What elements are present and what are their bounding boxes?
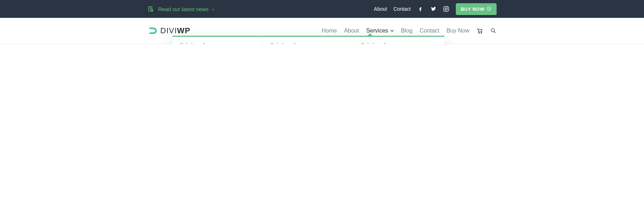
mega-item[interactable]: Sub Item 1	[172, 37, 263, 44]
header: DIVIWP Home About Services Blog Contact …	[0, 18, 644, 44]
svg-rect-5	[444, 6, 449, 11]
mega-menu-grid: Sub Item 1 Sub Item 2 Sub Item 3 Sub Ite…	[172, 37, 444, 44]
chevron-down-icon	[390, 28, 394, 34]
nav-contact[interactable]: Contact	[420, 28, 439, 34]
nav-about[interactable]: About	[344, 28, 359, 34]
facebook-icon[interactable]	[417, 6, 424, 12]
topbar-about-link[interactable]: About	[374, 6, 387, 12]
topbar-right: About Contact BUY NOW	[374, 3, 497, 15]
topbar-buy-label: BUY NOW	[461, 6, 484, 12]
svg-point-8	[487, 6, 491, 10]
news-link-label: Read our latest news →	[158, 6, 215, 12]
nav-buy-now[interactable]: Buy Now	[447, 28, 469, 34]
cart-icon[interactable]	[477, 28, 483, 34]
topbar-inner: Read our latest news → About Contact BUY…	[143, 0, 501, 18]
services-mega-menu: Sub Item 1 Sub Item 2 Sub Item 3 Sub Ite…	[172, 36, 444, 44]
mega-column-1: Sub Item 1 Sub Item 2 Sub Item 3 Sub Ite…	[172, 37, 263, 44]
svg-point-10	[481, 33, 482, 33]
search-icon[interactable]	[490, 28, 497, 34]
mega-item[interactable]: Sub Item 1	[263, 37, 353, 44]
nav-home[interactable]: Home	[322, 28, 337, 34]
logo-text-part1: DIVI	[160, 26, 177, 35]
svg-point-9	[479, 33, 479, 33]
document-icon	[147, 6, 154, 12]
header-inner: DIVIWP Home About Services Blog Contact …	[143, 18, 501, 44]
topbar-buy-button[interactable]: BUY NOW	[456, 3, 497, 15]
nav-blog[interactable]: Blog	[401, 28, 413, 34]
logo-text: DIVIWP	[160, 26, 190, 35]
topbar-contact-link[interactable]: Contact	[394, 6, 411, 12]
svg-point-6	[445, 8, 447, 10]
mega-item[interactable]: Sub item 1	[354, 37, 444, 44]
arrow-circle-icon	[487, 6, 492, 12]
logo-text-part2: WP	[177, 26, 190, 35]
svg-point-7	[447, 7, 448, 8]
news-link[interactable]: Read our latest news →	[147, 6, 215, 12]
logo[interactable]: DIVIWP	[147, 25, 190, 36]
instagram-icon[interactable]	[443, 6, 449, 12]
topbar: Read our latest news → About Contact BUY…	[0, 0, 644, 18]
mega-column-2: Sub Item 1 Sub Item 2 Sub Item 3 Sub Ite…	[263, 37, 353, 44]
logo-mark-icon	[147, 25, 158, 36]
svg-line-4	[152, 11, 153, 12]
svg-point-11	[491, 29, 494, 32]
twitter-icon[interactable]	[430, 6, 436, 12]
svg-line-12	[494, 31, 496, 33]
mega-column-3: Sub item 1 Sub Item 2 Sub Item 3 Sub Ite…	[354, 37, 444, 44]
main-nav: Home About Services Blog Contact Buy Now	[322, 28, 497, 34]
